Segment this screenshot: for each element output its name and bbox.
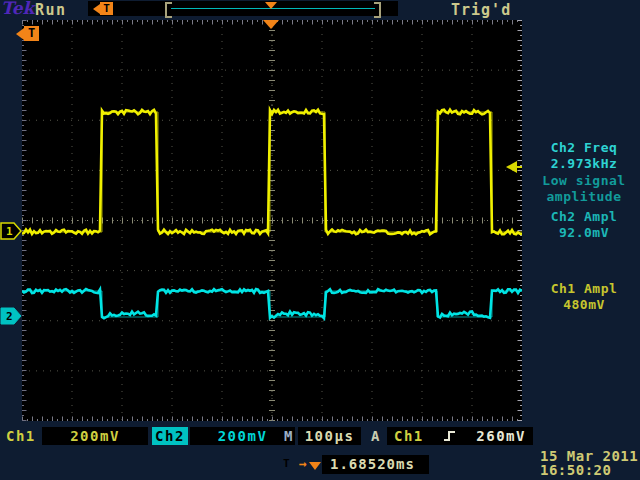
trigger-readout: Ch1 260mV [387,427,533,445]
warning-line: Low signal [528,173,640,189]
measurement-label: Ch1 Ampl [528,281,640,297]
svg-text:2: 2 [6,310,13,323]
ch1-scale-readout: 200mV [42,427,148,445]
measurement-value: 92.0mV [528,225,640,241]
bracket-right [374,2,381,18]
trigger-t-icon: T [100,2,113,15]
trigger-status: Trig'd [451,1,511,19]
bracket-left [165,2,172,18]
warning-line: amplitude [528,189,640,205]
tek-logo: Tek [1,0,34,18]
trigger-position-marker-icon [263,20,279,29]
right-arrow-icon: → [299,457,307,471]
trigger-t-icon: T [24,26,39,41]
datetime-readout: 15 Mar 2011 16:50:20 [540,449,638,477]
horizontal-position-marker: T → [283,457,321,471]
trigger-source: Ch1 [394,428,424,444]
time-text: 16:50:20 [540,463,638,477]
trigger-level-arrow-icon [505,160,523,174]
record-view-strip: T [88,1,398,16]
waveform-display [22,20,522,421]
trigger-position-record-icon [265,2,277,9]
left-arrow-icon [93,4,100,14]
trigger-time-marker-icon: T [16,26,39,41]
date-text: 15 Mar 2011 [540,449,638,463]
triangle-down-icon [309,462,321,470]
left-arrow-icon [16,28,24,40]
channel-2-marker: 2 [0,307,23,325]
timebase-readout: 100µs [298,427,361,445]
measurement-warning: Low signal amplitude [528,173,640,205]
measurement-ch2-ampl: Ch2 Ampl 92.0mV [528,209,640,241]
measurement-value: 480mV [528,297,640,313]
timebase-label: M [284,428,294,444]
channel-1-marker: 1 [0,222,23,240]
measurement-label: Ch2 Ampl [528,209,640,225]
ch2-label: Ch2 [152,427,188,445]
measurement-label: Ch2 Freq [528,140,640,156]
oscilloscope-screen: Tek Run T Trig'd T 1 2 Ch2 Freq [0,0,640,480]
ch2-scale-readout: 200mV [190,427,295,445]
acquisition-status: Run [35,1,67,19]
trigger-record-marker-icon: T [93,2,113,15]
trigger-level: 260mV [476,428,526,444]
record-view-bracket [165,2,381,14]
horizontal-position-readout: 1.68520ms [322,455,429,474]
measurement-value: 2.973kHz [528,156,640,172]
trigger-menu-label: A [371,428,381,444]
graticule [22,20,522,421]
svg-text:1: 1 [6,225,13,238]
measurement-ch2-freq: Ch2 Freq 2.973kHz [528,140,640,172]
trigger-t-icon: T [283,457,297,471]
measurement-ch1-ampl: Ch1 Ampl 480mV [528,281,640,313]
ch1-label: Ch1 [6,428,36,444]
rising-slope-icon [443,429,458,443]
